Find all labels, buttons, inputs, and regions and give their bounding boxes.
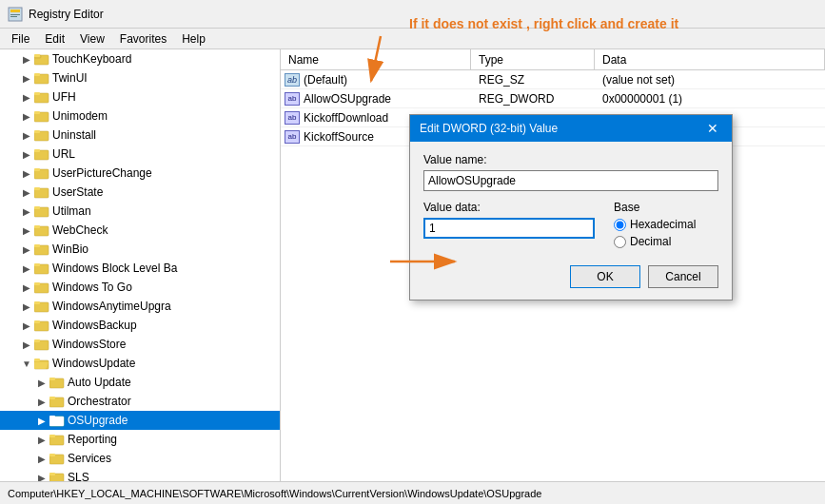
reg-sz-icon: ab — [285, 73, 300, 87]
tree-item-WinBio[interactable]: ▶ WinBio — [0, 240, 280, 259]
expand-btn[interactable]: ▶ — [19, 280, 34, 295]
tree-item-SLS[interactable]: ▶ SLS — [0, 468, 280, 481]
tree-item-Orchestrator[interactable]: ▶ Orchestrator — [0, 392, 280, 411]
svg-rect-8 — [34, 73, 40, 76]
expand-btn[interactable]: ▶ — [19, 89, 34, 105]
svg-rect-50 — [49, 473, 55, 475]
svg-rect-42 — [49, 397, 55, 399]
tree-item-WindowsUpdate[interactable]: ▼ WindowsUpdate — [0, 354, 280, 373]
registry-row-default[interactable]: ab (Default) REG_SZ (value not set) — [281, 70, 825, 89]
menu-bar: File Edit View Favorites Help — [0, 29, 825, 49]
dialog-close-button[interactable]: ✕ — [703, 119, 722, 138]
expand-btn[interactable]: ▶ — [19, 70, 34, 86]
menu-view[interactable]: View — [72, 30, 112, 48]
col-header-type: Type — [471, 49, 595, 69]
tree-item-WindowsBackup[interactable]: ▶ WindowsBackup — [0, 316, 280, 335]
folder-icon — [34, 185, 49, 199]
menu-help[interactable]: Help — [174, 30, 213, 48]
svg-rect-34 — [34, 320, 40, 323]
expand-btn[interactable]: ▶ — [19, 184, 34, 200]
svg-rect-38 — [34, 359, 40, 361]
svg-rect-1 — [10, 10, 20, 12]
value-name-input[interactable] — [423, 170, 718, 191]
tree-item-UserPictureChange[interactable]: ▶ UserPictureChange — [0, 164, 280, 183]
base-section: Base Hexadecimal Decimal — [614, 201, 718, 248]
tree-item-UserState[interactable]: ▶ UserState — [0, 183, 280, 202]
expand-btn[interactable]: ▶ — [19, 337, 34, 352]
expand-btn[interactable]: ▶ — [19, 261, 34, 276]
expand-btn[interactable]: ▶ — [19, 146, 34, 162]
expand-btn[interactable]: ▶ — [34, 375, 49, 390]
expand-btn[interactable]: ▶ — [19, 223, 34, 238]
tree-item-Uninstall[interactable]: ▶ Uninstall — [0, 126, 280, 145]
tree-item-Services[interactable]: ▶ Services — [0, 449, 280, 468]
tree-item-WebCheck[interactable]: ▶ WebCheck — [0, 221, 280, 240]
expand-WindowsUpdate[interactable]: ▼ — [19, 356, 34, 371]
svg-rect-6 — [34, 54, 40, 57]
expand-btn[interactable]: ▶ — [34, 470, 49, 481]
dialog-title-bar: Edit DWORD (32-bit) Value ✕ — [410, 115, 732, 142]
radio-group: Hexadecimal Decimal — [614, 218, 718, 248]
reg-name-default: ab (Default) — [281, 73, 471, 87]
folder-icon — [34, 223, 49, 237]
folder-icon — [34, 338, 49, 351]
svg-rect-3 — [10, 16, 17, 17]
tree-item-Unimodem[interactable]: ▶ Unimodem — [0, 107, 280, 126]
svg-rect-40 — [49, 378, 55, 380]
tree-item-Reporting[interactable]: ▶ Reporting — [0, 430, 280, 449]
tree-item-OSUpgrade[interactable]: ▶ OSUpgrade — [0, 411, 280, 430]
radio-hexadecimal-label[interactable]: Hexadecimal — [614, 218, 718, 231]
tree-item-WindowsStore[interactable]: ▶ WindowsStore — [0, 335, 280, 354]
expand-btn[interactable]: ▶ — [34, 451, 49, 466]
tree-item-AutoUpdate[interactable]: ▶ Auto Update — [0, 373, 280, 392]
tree-item-WindowsBlockLevel[interactable]: ▶ Windows Block Level Ba — [0, 259, 280, 278]
tree-item-TwinUI[interactable]: ▶ TwinUI — [0, 68, 280, 87]
col-header-data: Data — [595, 49, 825, 69]
expand-btn[interactable]: ▶ — [19, 127, 34, 143]
tree-item-Utilman[interactable]: ▶ Utilman — [0, 202, 280, 221]
radio-decimal[interactable] — [614, 236, 626, 248]
tree-item-TouchKeyboard[interactable]: ▶ TouchKeyboard — [0, 49, 280, 68]
value-data-input[interactable] — [423, 218, 595, 239]
item-label: OSUpgrade — [68, 414, 128, 427]
reg-type-allowosupgrade: REG_DWORD — [471, 92, 595, 106]
expand-btn[interactable]: ▶ — [19, 204, 34, 219]
expand-btn[interactable]: ▶ — [34, 432, 49, 447]
item-label: URL — [52, 147, 75, 161]
expand-btn[interactable]: ▶ — [19, 318, 34, 333]
expand-btn[interactable]: ▶ — [34, 394, 49, 409]
expand-btn[interactable]: ▶ — [19, 108, 34, 124]
expand-btn[interactable]: ▶ — [19, 242, 34, 257]
folder-icon — [34, 109, 49, 123]
tree-item-URL[interactable]: ▶ URL — [0, 145, 280, 164]
folder-icon — [49, 433, 65, 446]
folder-icon — [49, 395, 65, 408]
menu-edit[interactable]: Edit — [37, 30, 72, 48]
folder-icon — [34, 71, 49, 85]
expand-btn[interactable]: ▶ — [34, 413, 49, 428]
registry-header: Name Type Data — [281, 49, 825, 70]
status-text: Computer\HKEY_LOCAL_MACHINE\SOFTWARE\Mic… — [8, 488, 541, 499]
folder-selected-icon — [49, 414, 65, 427]
folder-icon — [34, 300, 49, 313]
tree-item-UFH[interactable]: ▶ UFH — [0, 87, 280, 107]
tree-item-WindowsAnytimeUpgrade[interactable]: ▶ WindowsAnytimeUpgra — [0, 297, 280, 316]
expand-btn[interactable]: ▶ — [19, 299, 34, 314]
tree-item-WindowsToGo[interactable]: ▶ Windows To Go — [0, 278, 280, 297]
svg-rect-22 — [34, 206, 40, 209]
menu-file[interactable]: File — [4, 30, 37, 48]
item-label: UFH — [52, 90, 76, 104]
folder-icon — [49, 376, 65, 389]
cancel-button[interactable]: Cancel — [648, 265, 718, 288]
tree-scroll[interactable]: ▶ TouchKeyboard ▶ TwinUI — [0, 49, 280, 481]
svg-rect-24 — [34, 225, 40, 228]
reg-type-default: REG_SZ — [471, 73, 595, 87]
expand-btn[interactable]: ▶ — [19, 51, 34, 67]
expand-btn[interactable]: ▶ — [19, 165, 34, 181]
ok-button[interactable]: OK — [570, 265, 640, 288]
folder-open-icon — [34, 357, 49, 370]
menu-favorites[interactable]: Favorites — [112, 30, 174, 48]
radio-decimal-label[interactable]: Decimal — [614, 235, 718, 248]
registry-row-allowosupgrade[interactable]: ab AllowOSUpgrade REG_DWORD 0x00000001 (… — [281, 89, 825, 108]
radio-hexadecimal[interactable] — [614, 219, 626, 231]
